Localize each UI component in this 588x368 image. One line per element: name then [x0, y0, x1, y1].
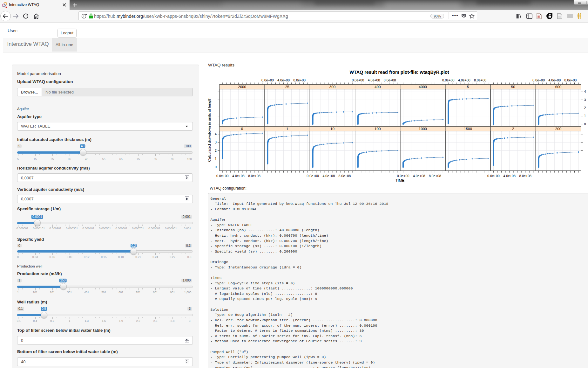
svg-text:8.0e+08: 8.0e+08: [564, 78, 577, 82]
svg-text:P: P: [538, 16, 539, 18]
svg-text:4: 4: [584, 90, 586, 94]
svg-text:0.0e+00: 0.0e+00: [397, 174, 409, 178]
svg-text:1000: 1000: [419, 127, 427, 131]
svg-text:3: 3: [215, 140, 217, 144]
svg-text:8.0e+08: 8.0e+08: [429, 174, 441, 178]
svg-text:0.0e+00: 0.0e+00: [352, 78, 364, 82]
svg-text:50: 50: [511, 85, 515, 89]
svg-text:TIME: TIME: [395, 178, 404, 183]
svg-text:4: 4: [215, 132, 217, 136]
svg-text:4.0e+08: 4.0e+08: [368, 78, 380, 82]
svg-text:4.0e+08: 4.0e+08: [458, 78, 470, 82]
svg-text:4.0e+08: 4.0e+08: [549, 78, 561, 82]
svg-text:8.0e+08: 8.0e+08: [248, 174, 260, 178]
svg-text:1: 1: [215, 157, 217, 161]
svg-text:2: 2: [584, 106, 586, 110]
svg-text:5: 5: [467, 85, 469, 89]
svg-text:4.0e+08: 4.0e+08: [413, 174, 425, 178]
svg-text:2000: 2000: [238, 85, 246, 89]
svg-text:2: 2: [512, 127, 514, 131]
svg-text:300: 300: [329, 85, 335, 89]
svg-text:8.0e+08: 8.0e+08: [339, 174, 351, 178]
svg-text:10: 10: [330, 127, 335, 131]
svg-text:0.0e+00: 0.0e+00: [216, 174, 229, 178]
svg-text:4000: 4000: [419, 85, 427, 89]
svg-text:4.0e+08: 4.0e+08: [503, 174, 516, 178]
svg-text:0.0e+00: 0.0e+00: [261, 78, 274, 82]
svg-text:400: 400: [375, 85, 381, 89]
svg-text:8.0e+08: 8.0e+08: [519, 174, 531, 178]
svg-text:4.0e+08: 4.0e+08: [323, 174, 335, 178]
svg-text:0.0e+00: 0.0e+00: [307, 174, 319, 178]
svg-text:200: 200: [555, 127, 561, 131]
svg-text:1: 1: [584, 114, 586, 118]
svg-text:0.0e+00: 0.0e+00: [442, 78, 455, 82]
svg-text:8.0e+08: 8.0e+08: [293, 78, 306, 82]
svg-text:8.0e+08: 8.0e+08: [384, 78, 396, 82]
svg-text:WTAQ result read from plot-fil: WTAQ result read from plot-file: wtaqByR…: [349, 70, 449, 75]
svg-text:100: 100: [375, 127, 381, 131]
svg-text:0.0e+00: 0.0e+00: [487, 174, 500, 178]
svg-text:8.0e+08: 8.0e+08: [474, 78, 486, 82]
svg-text:1500: 1500: [464, 127, 472, 131]
svg-text:1: 1: [286, 127, 288, 131]
svg-text:3: 3: [584, 98, 586, 102]
svg-text:0.0e+00: 0.0e+00: [532, 78, 545, 82]
svg-text:25: 25: [285, 85, 289, 89]
svg-text:Calculated drawdown in units o: Calculated drawdown in units of length: [207, 98, 212, 162]
svg-text:0: 0: [215, 165, 217, 169]
svg-text:0: 0: [241, 127, 243, 131]
svg-text:0: 0: [584, 122, 586, 126]
svg-text:600: 600: [555, 85, 561, 89]
svg-text:2: 2: [215, 149, 217, 152]
svg-text:4.0e+08: 4.0e+08: [232, 174, 245, 178]
svg-text:4.0e+08: 4.0e+08: [277, 78, 290, 82]
